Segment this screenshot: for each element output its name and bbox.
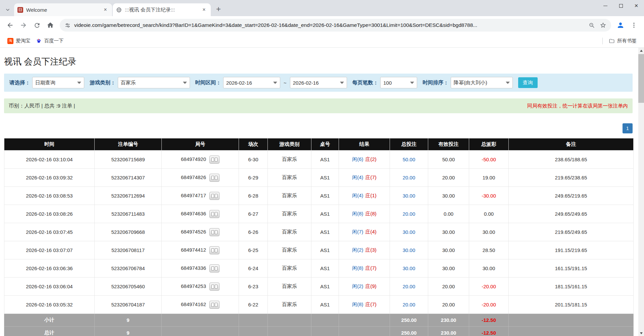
forward-button[interactable] [17, 18, 30, 32]
maximize-button[interactable] [613, 0, 629, 11]
banker-result: 庄(4) [365, 229, 377, 235]
payout-cell: -30.00 [469, 187, 509, 205]
date-start-select[interactable]: 2026-02-16 [223, 77, 280, 88]
view-cards-icon[interactable] [209, 283, 219, 291]
bet-id-cell: 523206712694 [95, 187, 162, 205]
view-cards-icon[interactable] [209, 246, 219, 254]
total-bet-link[interactable]: 30.00 [403, 247, 415, 253]
refresh-button[interactable] [30, 18, 44, 32]
total-bet-link[interactable]: 30.00 [403, 265, 415, 271]
time-value: 2026-02-16 03:10:04 [26, 157, 72, 162]
page-1-button[interactable]: 1 [623, 123, 633, 133]
bookmark-star-icon[interactable] [600, 22, 606, 29]
search-button[interactable]: 查询 [518, 77, 538, 88]
total-bet-cell: 30.00 [390, 259, 428, 278]
table-no-cell: AS1 [311, 205, 339, 223]
player-result: 闲(4) [352, 193, 363, 198]
view-cards-icon[interactable] [209, 210, 219, 218]
total-valid-bet: 230.00 [428, 327, 469, 336]
new-tab-button[interactable]: + [213, 3, 224, 15]
game-type-select[interactable]: 百家乐 [118, 77, 190, 88]
address-bar[interactable]: videoie.com/game/betrecord_search/kind3?… [60, 19, 611, 32]
view-cards-icon[interactable] [209, 264, 219, 272]
time-cell: 2026-02-16 03:06:36 [4, 259, 95, 278]
time-cell: 2026-02-16 03:09:32 [4, 169, 95, 187]
all-bookmarks-button[interactable]: 所有书签 [606, 36, 639, 45]
welcome-favicon-icon: 囧 [17, 7, 23, 13]
total-bet-link[interactable]: 20.00 [403, 284, 415, 289]
profile-avatar[interactable] [614, 18, 627, 32]
table-no-value: AS1 [320, 247, 330, 253]
tab-search-chevron-icon[interactable] [2, 3, 13, 16]
browser-window: 囧 Welcome × :::视讯 会员下注纪录::: × + × [0, 0, 644, 336]
tab-close-icon[interactable]: × [102, 6, 109, 13]
player-result: 闲(8) [352, 301, 363, 307]
total-bet-link[interactable]: 20.00 [403, 302, 415, 307]
view-cards-icon[interactable] [209, 156, 219, 164]
table-no-value: AS1 [320, 211, 330, 217]
total-bet-link[interactable]: 20.00 [403, 175, 415, 180]
banker-result: 庄(7) [365, 301, 377, 307]
bookmark-baidu[interactable]: 百度一下 [33, 36, 66, 45]
close-window-button[interactable]: × [629, 0, 644, 11]
valid-bet-cell: 50.00 [428, 151, 469, 169]
menu-icon[interactable] [627, 18, 641, 32]
total-payout: -12.50 [469, 327, 509, 336]
site-settings-icon[interactable] [64, 22, 71, 29]
view-cards-icon[interactable] [209, 301, 219, 309]
valid-bet-value: 30.00 [442, 193, 455, 199]
session-value: 6-28 [248, 193, 258, 199]
banker-result: 庄(3) [365, 247, 377, 253]
scrollbar-thumb[interactable] [638, 54, 644, 103]
bet-id-value: 523206712694 [111, 193, 145, 199]
valid-bet-cell: 30.00 [428, 187, 469, 205]
time-value: 2026-02-16 03:09:32 [26, 175, 72, 180]
round-cell: 684974336 [162, 259, 239, 278]
view-cards-icon[interactable] [209, 192, 219, 200]
tab-close-icon[interactable]: × [201, 6, 207, 13]
result-cell: 闲(6)庄(2) [339, 151, 390, 169]
scroll-up-arrow[interactable] [638, 48, 644, 53]
payout-value: 28.50 [483, 247, 495, 253]
tab-bet-record[interactable]: :::视讯 会员下注纪录::: × [113, 3, 211, 16]
valid-bet-cell: 30.00 [428, 223, 469, 241]
total-bet-link[interactable]: 50.00 [403, 157, 415, 162]
back-button[interactable] [3, 18, 17, 32]
zoom-icon[interactable] [589, 22, 595, 29]
table-no-cell: AS1 [311, 169, 339, 187]
session-value: 6-26 [248, 229, 258, 235]
remark-cell: 181.15/161.15 [509, 278, 634, 296]
query-type-select[interactable]: 日期查询 [32, 77, 84, 88]
empty-cell [239, 314, 268, 327]
per-page-select[interactable]: 100 [380, 77, 417, 88]
bookmarks-bar: 淘 爱淘宝 百度一下 所有书签 [0, 34, 644, 48]
empty-cell [162, 314, 239, 327]
folder-icon [609, 38, 615, 44]
view-cards-icon[interactable] [209, 174, 219, 182]
date-end-select[interactable]: 2026-02-16 [290, 77, 347, 88]
total-bet-link[interactable]: 30.00 [403, 229, 415, 235]
view-cards-icon[interactable] [209, 228, 219, 236]
table-row: 2026-02-16 03:08:53 523206712694 6849747… [4, 187, 634, 205]
bet-id-value: 523206709668 [111, 229, 145, 235]
date-range-label: 时间区间： [195, 79, 221, 86]
time-cell: 2026-02-16 03:05:32 [4, 296, 95, 314]
home-button[interactable] [44, 18, 57, 32]
bookmark-aitaobao[interactable]: 淘 爱淘宝 [5, 36, 33, 45]
sort-select[interactable]: 降幂(由大到小) [451, 77, 513, 88]
table-no-cell: AS1 [311, 241, 339, 259]
taobao-icon: 淘 [7, 38, 13, 44]
round-cell: 684974826 [162, 169, 239, 187]
total-bet-link[interactable]: 20.00 [403, 211, 415, 217]
url-text[interactable]: videoie.com/game/betrecord_search/kind3?… [74, 22, 584, 28]
tab-welcome[interactable]: 囧 Welcome × [14, 3, 112, 16]
per-page-label: 每页笔数： [352, 79, 379, 86]
bet-id-cell: 523206715689 [95, 151, 162, 169]
header-table-no: 桌号 [311, 138, 339, 151]
subtotal-row: 小计 9 250.00 230.00 -12.50 [4, 314, 634, 327]
payout-value: 0.00 [484, 211, 494, 217]
minimize-button[interactable] [598, 0, 613, 11]
total-bet-link[interactable]: 30.00 [403, 193, 415, 199]
result-cell: 闲(2)庄(3) [339, 241, 390, 259]
scroll-down-arrow[interactable] [638, 330, 644, 336]
